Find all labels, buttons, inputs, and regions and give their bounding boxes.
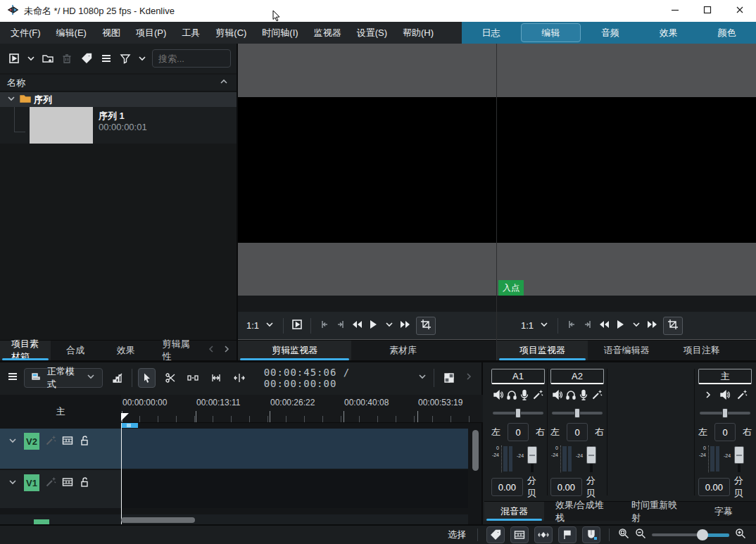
tab-effects[interactable]: 效果: [101, 341, 151, 360]
playhead-line[interactable]: [121, 423, 122, 526]
lock-track-icon[interactable]: [79, 476, 90, 491]
forward-icon[interactable]: [647, 319, 658, 333]
zoom-chevron-icon[interactable]: [538, 319, 550, 333]
clip-monitor-seekbar[interactable]: [238, 296, 496, 312]
tab-clip-properties[interactable]: 剪辑属性: [151, 341, 202, 360]
volume-db-value[interactable]: 0.00: [698, 478, 730, 496]
play-icon[interactable]: [367, 319, 379, 333]
expand-chevron-icon[interactable]: [6, 93, 17, 106]
tab-library[interactable]: 素材库: [351, 341, 455, 360]
menu-help[interactable]: 帮助(H): [395, 22, 441, 44]
project-monitor-seekbar[interactable]: [497, 296, 756, 312]
menu-timeline[interactable]: 时间轴(I): [254, 22, 305, 44]
channel-name-button[interactable]: A2: [550, 369, 604, 384]
markers-toggle-button[interactable]: [558, 526, 577, 543]
menu-settings[interactable]: 设置(S): [349, 22, 395, 44]
play-icon[interactable]: [615, 319, 626, 333]
mute-speaker-icon[interactable]: [719, 389, 731, 403]
effects-wand-icon[interactable]: [45, 435, 56, 449]
clip-monitor-video[interactable]: [238, 97, 496, 243]
go-to-out-point-icon[interactable]: [582, 319, 593, 333]
project-monitor-video[interactable]: [497, 97, 756, 243]
tab-subtitles[interactable]: 字幕: [696, 502, 750, 521]
bin-column-header[interactable]: 名称: [0, 75, 237, 91]
view-mode-icon[interactable]: [98, 50, 115, 67]
audio-thumbnails-toggle-button[interactable]: [534, 526, 553, 543]
timeline-master-button[interactable]: 主: [0, 395, 121, 428]
filter-chevron-icon[interactable]: [137, 50, 148, 67]
zone-mode-button[interactable]: [416, 317, 436, 335]
volume-fader[interactable]: 0-24 -24: [550, 445, 604, 472]
mute-speaker-icon[interactable]: [552, 389, 563, 403]
fader-handle[interactable]: [527, 446, 537, 464]
rewind-icon[interactable]: [598, 319, 610, 333]
pan-slider[interactable]: [698, 408, 752, 418]
monitor-zoom-level[interactable]: 1:1: [521, 320, 534, 331]
effects-wand-icon[interactable]: [591, 389, 603, 403]
monitor-zoom-level[interactable]: 1:1: [246, 320, 259, 331]
razor-tool-button[interactable]: [161, 368, 179, 388]
menu-clip[interactable]: 剪辑(C): [208, 22, 254, 44]
bin-folder-row[interactable]: 序列: [0, 92, 237, 107]
volume-fader[interactable]: 0-24 -24: [698, 445, 752, 472]
timecode-chevron-icon[interactable]: [417, 371, 428, 385]
collapse-chevron-right-icon[interactable]: [703, 389, 714, 403]
lock-track-icon[interactable]: [79, 435, 90, 449]
go-to-out-point-icon[interactable]: [335, 319, 346, 333]
zoom-slider-handle[interactable]: [697, 529, 708, 540]
zone-mode-button[interactable]: [663, 317, 683, 335]
spacer-tool-button[interactable]: [184, 368, 202, 388]
snap-magnet-button[interactable]: [582, 526, 600, 543]
tab-effect-stack[interactable]: 效果/合成堆栈: [544, 502, 620, 521]
tab-project-monitor[interactable]: 项目监视器: [497, 341, 588, 360]
zoom-chevron-icon[interactable]: [264, 319, 275, 333]
tabs-scroll-right-icon[interactable]: [221, 343, 232, 358]
monitor-headphones-icon[interactable]: [565, 389, 577, 403]
timeline-zone-bar[interactable]: [122, 423, 138, 428]
sort-chevron-up-icon[interactable]: [218, 76, 229, 89]
play-chevron-icon[interactable]: [631, 319, 642, 333]
selection-tool-button[interactable]: [138, 368, 156, 388]
tab-project-notes[interactable]: 项目注释: [665, 341, 738, 360]
collapse-chevron-icon[interactable]: [7, 435, 18, 449]
balance-value[interactable]: 0: [714, 423, 736, 441]
balance-value[interactable]: 0: [508, 423, 529, 441]
collapse-chevron-icon[interactable]: [7, 476, 18, 491]
tab-time-remap[interactable]: 时间重新映射: [620, 502, 696, 521]
minimize-button[interactable]: [659, 0, 691, 22]
effects-wand-icon[interactable]: [45, 476, 56, 491]
mute-speaker-icon[interactable]: [493, 389, 504, 403]
add-clip-icon[interactable]: [6, 50, 23, 67]
transparency-background-button[interactable]: [440, 368, 458, 388]
channel-name-button[interactable]: A1: [491, 369, 545, 384]
slip-tool-button[interactable]: [231, 368, 248, 388]
volume-db-value[interactable]: 0.00: [491, 478, 523, 496]
tag-icon[interactable]: [78, 50, 95, 67]
bin-clip-row[interactable]: 序列 1 00:00:00:01: [0, 107, 237, 144]
pan-slider[interactable]: [491, 408, 545, 418]
show-thumbnails-icon[interactable]: [62, 476, 73, 491]
mixed-audio-thumbnails-button[interactable]: [108, 368, 126, 388]
tag-toggle-button[interactable]: [486, 526, 505, 543]
edit-mode-dropdown[interactable]: 正常模式: [24, 368, 103, 388]
pan-slider[interactable]: [550, 408, 604, 418]
filter-icon[interactable]: [117, 50, 134, 67]
timeline-menu-icon[interactable]: [7, 371, 18, 385]
timeline-vertical-scrollbar[interactable]: [472, 430, 479, 471]
track-header-v2[interactable]: V2: [0, 429, 121, 469]
volume-fader[interactable]: 0-24 -24: [491, 445, 545, 472]
workspace-tab-edit[interactable]: 编辑: [521, 23, 581, 42]
balance-value[interactable]: 0: [567, 423, 588, 441]
fader-handle[interactable]: [586, 446, 596, 464]
tab-speech-editor[interactable]: 语音编辑器: [588, 341, 665, 360]
track-header-v1[interactable]: V1: [0, 470, 121, 508]
effects-wand-icon[interactable]: [736, 389, 748, 403]
tabs-scroll-left-icon[interactable]: [206, 343, 217, 358]
workspace-tab-audio[interactable]: 音频: [581, 22, 640, 44]
menu-tools[interactable]: 工具: [174, 22, 208, 44]
record-mic-icon[interactable]: [519, 389, 530, 403]
track-v2-lane[interactable]: [121, 429, 468, 469]
channel-name-button[interactable]: 主: [698, 369, 752, 384]
track-badge[interactable]: V1: [24, 474, 39, 491]
tab-mixer[interactable]: 混音器: [484, 502, 544, 521]
